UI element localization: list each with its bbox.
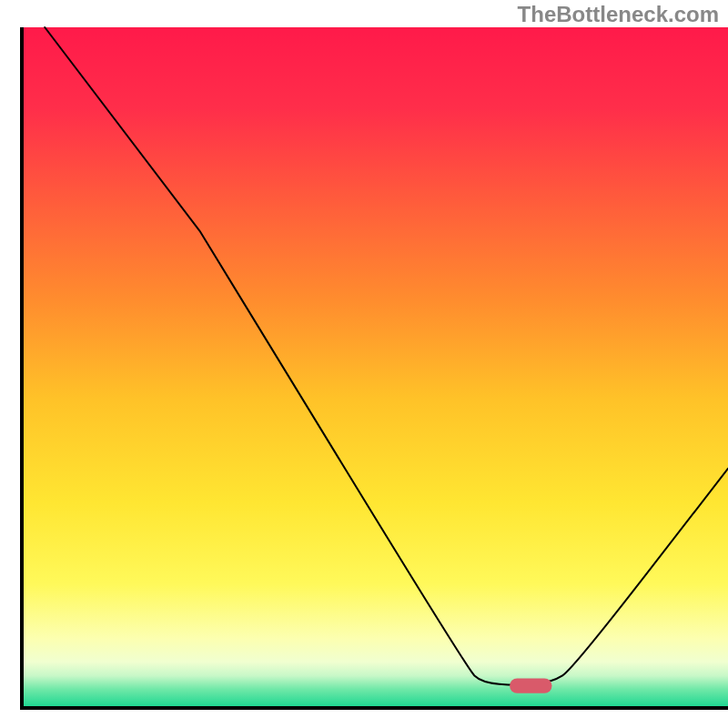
chart-svg [0,0,728,728]
optimal-marker [510,678,551,693]
watermark-text: TheBottleneck.com [518,2,719,27]
bottleneck-chart: TheBottleneck.com [0,0,728,728]
